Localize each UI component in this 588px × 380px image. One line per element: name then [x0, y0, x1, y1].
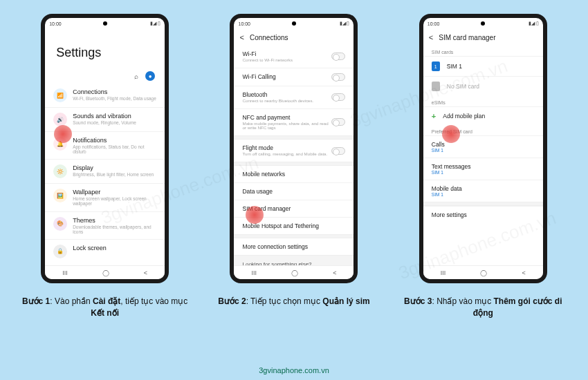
nav-home-icon[interactable]: ◯ — [102, 269, 109, 276]
status-bar: 10:00 ▮◢ ▯ — [423, 18, 543, 29]
settings-row-sounds-and-vibration[interactable]: 🔊Sounds and vibrationSound mode, Rington… — [45, 107, 165, 131]
status-time: 10:00 — [428, 21, 440, 26]
row-title: More connection settings — [242, 243, 345, 250]
status-bar: 10:00 ▮◢ ▯ — [234, 18, 353, 29]
page-title: Settings — [56, 46, 154, 60]
status-time: 10:00 — [49, 21, 62, 26]
connections-row-wi-fi[interactable]: Wi-FiConnect to Wi-Fi networks — [234, 46, 353, 68]
row-title: Sounds and vibration — [73, 113, 156, 120]
search-icon[interactable]: ⌕ — [134, 73, 138, 80]
row-title: SIM card manager — [242, 205, 345, 212]
toggle-switch[interactable] — [331, 53, 345, 60]
account-icon[interactable]: ● — [145, 71, 155, 81]
nav-back-icon[interactable]: < — [333, 269, 336, 276]
plus-icon: + — [432, 112, 436, 120]
page-title: Connections — [250, 34, 288, 41]
row-mobile-data[interactable]: Mobile dataSIM 1 — [423, 180, 543, 202]
row-icon: 🔔 — [53, 137, 67, 151]
row-no-sim: No SIM card — [423, 76, 543, 96]
connections-row-wi-fi-calling[interactable]: Wi-Fi Calling — [234, 68, 353, 86]
sim-icon-empty — [432, 82, 440, 91]
settings-row-connections[interactable]: 📶ConnectionsWi-Fi, Bluetooth, Flight mod… — [45, 84, 165, 107]
toggle-switch[interactable] — [331, 73, 345, 81]
nav-recent-icon[interactable]: III — [252, 269, 257, 276]
camera-notch — [292, 21, 296, 26]
status-icons: ▮◢ ▯ — [150, 21, 160, 26]
settings-list: 📶ConnectionsWi-Fi, Bluetooth, Flight mod… — [45, 84, 165, 263]
row-title: Data usage — [242, 188, 345, 195]
connections-row-bluetooth[interactable]: BluetoothConnect to nearby Bluetooth dev… — [234, 86, 353, 108]
caption-step-1: Bước 1: Vào phần Cài đặt, tiếp tục vào m… — [22, 296, 188, 319]
settings-row-notifications[interactable]: 🔔NotificationsApp notifications, Status … — [45, 131, 165, 159]
settings-row-lock-screen[interactable]: 🔒Lock screen — [45, 239, 165, 263]
status-time: 10:00 — [238, 21, 250, 26]
row-subtitle: Sound mode, Ringtone, Volume — [73, 120, 156, 125]
section-esims: eSIMs — [423, 96, 543, 106]
toggle-switch[interactable] — [331, 118, 345, 126]
nav-home-icon[interactable]: ◯ — [291, 269, 298, 276]
row-subtitle: App notifications, Status bar, Do not di… — [73, 144, 156, 154]
col-step-1: 10:00 ▮◢ ▯ Settings ⌕ ● 📶ConnectionsWi-F… — [15, 14, 195, 319]
row-icon: 🎨 — [53, 217, 67, 231]
nav-recent-icon[interactable]: III — [62, 269, 68, 276]
nav-back-icon[interactable]: < — [522, 269, 525, 276]
back-icon[interactable]: < — [429, 33, 433, 41]
nav-home-icon[interactable]: ◯ — [480, 269, 487, 276]
connections-row-sim-card-manager[interactable]: SIM card manager — [234, 200, 353, 217]
toggle-switch[interactable] — [331, 147, 345, 155]
sim-manager-header: < SIM card manager — [423, 29, 543, 46]
phone-2-connections: 10:00 ▮◢ ▯ < Connections Wi-FiConnect to… — [230, 14, 358, 283]
android-navbar: III ◯ < — [45, 265, 165, 279]
row-subtitle: Home screen wallpaper, Lock screen wallp… — [73, 196, 156, 206]
connections-row-more-connection-settings[interactable]: More connection settings — [234, 238, 353, 255]
settings-row-wallpaper[interactable]: 🖼️WallpaperHome screen wallpaper, Lock s… — [45, 183, 165, 211]
col-step-3: 10:00 ▮◢ ▯ < SIM card manager SIM cards … — [393, 14, 573, 319]
page-title: SIM card manager — [439, 34, 495, 41]
row-title: Lock screen — [73, 245, 156, 251]
row-subtitle: Turn off calling, messaging, and Mobile … — [242, 152, 331, 157]
row-subtitle: Connect to Wi-Fi networks — [242, 58, 331, 63]
row-subtitle: Make mobile payments, share data, and re… — [242, 122, 331, 131]
back-icon[interactable]: < — [239, 33, 244, 41]
caption-step-3: Bước 3: Nhấp vào mục Thêm gói cước di độ… — [400, 296, 566, 319]
row-title: Wi-Fi Calling — [242, 73, 331, 80]
section-sim-cards: SIM cards — [423, 46, 543, 56]
row-icon: 📶 — [53, 88, 67, 102]
camera-notch — [481, 21, 485, 26]
row-title: Mobile Hotspot and Tethering — [242, 222, 345, 229]
status-bar: 10:00 ▮◢ ▯ — [45, 18, 165, 29]
connections-row-nfc-and-payment[interactable]: NFC and paymentMake mobile payments, sha… — [234, 108, 353, 136]
caption-step-2: Bước 2: Tiếp tục chọn mục Quản lý sim — [218, 296, 369, 307]
settings-row-themes[interactable]: 🎨ThemesDownloadable themes, wallpapers, … — [45, 211, 165, 239]
row-title: Connections — [73, 88, 156, 95]
nav-recent-icon[interactable]: III — [441, 269, 446, 276]
row-icon: 🖼️ — [53, 189, 67, 202]
row-more-settings[interactable]: More settings — [423, 206, 543, 223]
row-add-mobile-plan[interactable]: + Add mobile plan — [423, 106, 543, 125]
row-title: NFC and payment — [242, 114, 331, 121]
sim-icon-1: 1 — [432, 61, 440, 71]
nav-back-icon[interactable]: < — [144, 269, 147, 276]
phone-3-sim-manager: 10:00 ▮◢ ▯ < SIM card manager SIM cards … — [419, 14, 547, 283]
connections-row-flight-mode[interactable]: Flight modeTurn off calling, messaging, … — [234, 140, 353, 162]
row-subtitle: Connect to nearby Bluetooth devices. — [242, 99, 331, 104]
row-subtitle: Wi-Fi, Bluetooth, Flight mode, Data usag… — [73, 96, 156, 101]
row-calls[interactable]: CallsSIM 1 — [423, 135, 543, 158]
footer-credit: 3gvinaphone.com.vn — [0, 366, 588, 374]
row-subtitle: Downloadable themes, wallpapers, and ico… — [73, 225, 156, 234]
connections-row-data-usage[interactable]: Data usage — [234, 182, 353, 200]
settings-row-display[interactable]: 🔆DisplayBrightness, Blue light filter, H… — [45, 159, 165, 183]
connections-row-mobile-networks[interactable]: Mobile networks — [234, 166, 353, 182]
row-text-messages[interactable]: Text messagesSIM 1 — [423, 158, 543, 180]
row-title: Flight mode — [242, 144, 331, 151]
row-title: Themes — [73, 217, 156, 224]
connections-header: < Connections — [234, 29, 353, 46]
camera-notch — [103, 21, 107, 26]
settings-header: Settings — [45, 29, 165, 67]
row-title: Display — [73, 164, 156, 171]
connections-row-mobile-hotspot-and-tethering[interactable]: Mobile Hotspot and Tethering — [234, 217, 353, 234]
row-title: Wallpaper — [73, 189, 156, 196]
row-sim1[interactable]: 1 SIM 1 — [423, 56, 543, 76]
toggle-switch[interactable] — [331, 93, 345, 101]
row-title: Notifications — [73, 137, 156, 144]
